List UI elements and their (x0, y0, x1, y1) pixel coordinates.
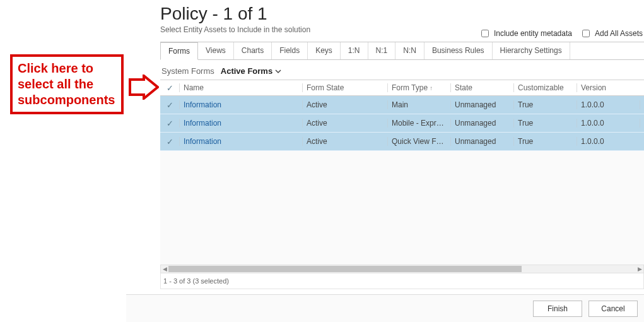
table-row[interactable]: ✓ Information Active Main Unmanaged True… (160, 96, 644, 114)
cell-state: Unmanaged (450, 119, 513, 128)
tab-bar: Forms Views Charts Fields Keys 1:N N:1 N… (160, 42, 644, 60)
tab-fields[interactable]: Fields (272, 42, 308, 59)
page-title: Policy - 1 of 1 (160, 4, 644, 24)
add-all-assets-option[interactable]: Add All Assets (580, 28, 643, 39)
cell-form-state: Active (302, 119, 387, 128)
dialog-footer: Finish Cancel (126, 294, 644, 322)
cell-state: Unmanaged (450, 137, 513, 146)
cell-form-type: Mobile - Express (387, 119, 450, 128)
include-metadata-checkbox[interactable] (481, 30, 489, 37)
row-checkbox[interactable]: ✓ (160, 100, 179, 110)
cell-version: 1.0.0.0 (577, 119, 640, 128)
add-all-assets-label: Add All Assets (595, 29, 643, 38)
tab-nn[interactable]: N:N (395, 42, 424, 59)
cell-version: 1.0.0.0 (577, 100, 640, 109)
tab-keys[interactable]: Keys (308, 42, 341, 59)
chevron-down-icon (275, 68, 281, 75)
cell-form-type: Quick View Form (387, 137, 450, 146)
tab-forms[interactable]: Forms (160, 42, 198, 60)
check-icon: ✓ (167, 119, 173, 128)
tab-views[interactable]: Views (198, 42, 234, 59)
tab-n1[interactable]: N:1 (368, 42, 396, 59)
check-icon: ✓ (167, 100, 173, 110)
cell-customizable: True (513, 100, 577, 109)
grid-status: 1 - 3 of 3 (3 selected) (160, 273, 644, 289)
tab-1n[interactable]: 1:N (341, 42, 368, 59)
tab-hierarchy-settings[interactable]: Hierarchy Settings (493, 42, 570, 59)
view-selector-text: Active Forms (221, 66, 272, 76)
scrollbar-thumb[interactable] (168, 266, 522, 272)
annotation-callout: Click here to select all the subcomponen… (10, 54, 124, 114)
grid-header-row: ✓ Name Form State Form Type↑ State Custo… (160, 80, 644, 96)
col-header-state[interactable]: State (450, 83, 513, 92)
horizontal-scrollbar[interactable]: ◀ ▶ (160, 265, 644, 273)
col-header-version[interactable]: Version (577, 83, 640, 92)
cancel-button[interactable]: Cancel (588, 301, 638, 317)
include-metadata-label: Include entity metadata (494, 29, 572, 38)
finish-button[interactable]: Finish (533, 301, 582, 317)
annotation-arrow (129, 75, 159, 100)
cell-state: Unmanaged (450, 100, 513, 109)
cell-name[interactable]: Information (179, 137, 302, 146)
col-header-customizable[interactable]: Customizable (513, 83, 577, 92)
col-header-form-type-text: Form Type (392, 83, 428, 92)
scroll-right-icon[interactable]: ▶ (636, 266, 643, 272)
check-icon: ✓ (167, 83, 173, 93)
cell-customizable: True (513, 137, 577, 146)
cell-description: This (640, 119, 644, 128)
cell-name[interactable]: Information (179, 119, 302, 128)
cell-form-type: Main (387, 100, 450, 109)
sort-asc-icon: ↑ (430, 85, 433, 92)
row-checkbox[interactable]: ✓ (160, 137, 179, 146)
check-icon: ✓ (167, 137, 173, 146)
view-selector[interactable]: Active Forms (221, 66, 281, 76)
col-header-name[interactable]: Name (179, 83, 302, 92)
forms-grid: ✓ Name Form State Form Type↑ State Custo… (160, 80, 644, 289)
table-row[interactable]: ✓ Information Active Quick View Form Unm… (160, 133, 644, 151)
cell-name[interactable]: Information (179, 100, 302, 109)
add-all-assets-checkbox[interactable] (582, 30, 590, 37)
cell-form-state: Active (302, 137, 387, 146)
cell-customizable: True (513, 119, 577, 128)
col-header-form-type[interactable]: Form Type↑ (387, 83, 450, 92)
tab-business-rules[interactable]: Business Rules (424, 42, 493, 59)
include-metadata-option[interactable]: Include entity metadata (479, 28, 572, 39)
view-label: System Forms (161, 66, 214, 76)
row-checkbox[interactable]: ✓ (160, 119, 179, 128)
col-header-form-state[interactable]: Form State (302, 83, 387, 92)
cell-description: A fo (640, 100, 644, 109)
cell-version: 1.0.0.0 (577, 137, 640, 146)
table-row[interactable]: ✓ Information Active Mobile - Express Un… (160, 114, 644, 133)
grid-empty-area (160, 151, 644, 265)
tab-charts[interactable]: Charts (234, 42, 272, 59)
select-all-checkbox[interactable]: ✓ (160, 83, 179, 93)
cell-form-state: Active (302, 100, 387, 109)
scroll-left-icon[interactable]: ◀ (161, 266, 168, 272)
